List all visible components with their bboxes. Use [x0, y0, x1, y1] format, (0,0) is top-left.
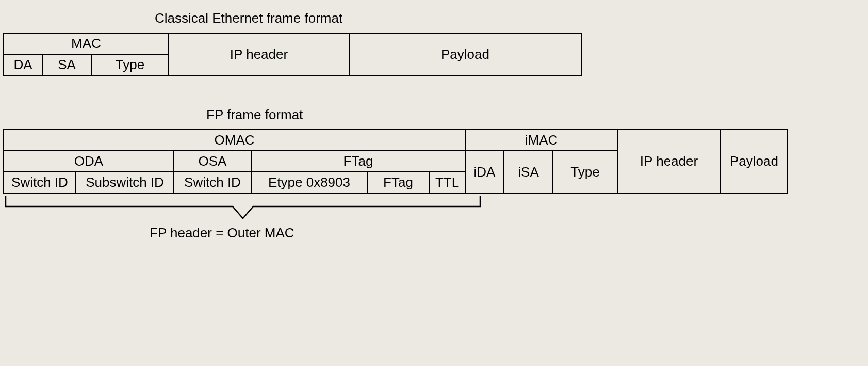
fp-ftag-group: FTag — [251, 151, 465, 172]
fp-type: Type — [553, 151, 617, 193]
fp-etype: Etype 0x8903 — [251, 172, 367, 193]
fp-ftag: FTag — [367, 172, 429, 193]
classical-title: Classical Ethernet frame format — [155, 10, 868, 26]
fp-ip-header: IP header — [617, 130, 720, 193]
fp-omac: OMAC — [4, 130, 465, 151]
fp-osa: OSA — [174, 151, 251, 172]
fp-switch-id-1: Switch ID — [4, 172, 76, 193]
classical-payload: Payload — [349, 33, 581, 75]
fp-payload: Payload — [720, 130, 788, 193]
fp-title: FP frame format — [206, 107, 868, 123]
fp-ida: iDA — [465, 151, 504, 193]
fp-subswitch-id: Subswitch ID — [76, 172, 174, 193]
fp-brace — [3, 194, 483, 222]
fp-imac: iMAC — [465, 130, 617, 151]
classical-sa: SA — [42, 54, 91, 75]
fp-header-caption: FP header = Outer MAC — [150, 225, 868, 241]
fp-switch-id-2: Switch ID — [174, 172, 251, 193]
classical-mac-header: MAC — [4, 33, 169, 54]
brace-icon — [3, 194, 483, 222]
classical-type: Type — [91, 54, 169, 75]
fp-frame-table: OMAC iMAC IP header Payload ODA OSA FTag… — [3, 129, 788, 194]
fp-ttl: TTL — [429, 172, 465, 193]
classical-da: DA — [4, 54, 42, 75]
fp-oda: ODA — [4, 151, 174, 172]
classical-ip-header: IP header — [169, 33, 349, 75]
fp-isa: iSA — [504, 151, 553, 193]
classical-frame-table: MAC IP header Payload DA SA Type — [3, 33, 582, 76]
